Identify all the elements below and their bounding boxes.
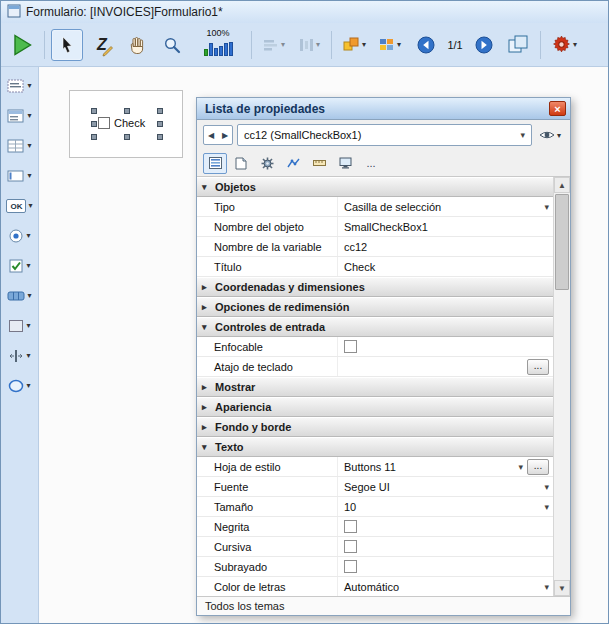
section-header-objetos[interactable]: ▾ Objetos bbox=[197, 177, 553, 197]
chevron-down-icon: ▾ bbox=[362, 40, 366, 49]
prev-object-button[interactable]: ◀ bbox=[204, 126, 218, 144]
entry-order-tool-button[interactable]: Z bbox=[86, 29, 118, 61]
align-icon bbox=[263, 38, 279, 52]
tab-more[interactable]: ... bbox=[359, 153, 383, 174]
section-header-redimension[interactable]: ▸ Opciones de redimensión bbox=[197, 297, 553, 317]
section-header-texto[interactable]: ▾ Texto bbox=[197, 437, 553, 457]
order-menu-button[interactable]: ▾ bbox=[338, 30, 371, 60]
next-object-button[interactable]: ▶ bbox=[218, 126, 232, 144]
zoom-bars-icon[interactable] bbox=[204, 40, 233, 56]
distribute-menu-button[interactable]: ▾ bbox=[293, 30, 325, 60]
property-list-titlebar[interactable]: Lista de propiedades × bbox=[197, 98, 570, 120]
align-menu-button[interactable]: ▾ bbox=[258, 30, 290, 60]
scrollbar-thumb[interactable] bbox=[555, 194, 569, 290]
chevron-down-icon: ▾ bbox=[27, 111, 31, 120]
pencil-icon bbox=[102, 45, 114, 57]
ruler-icon bbox=[313, 157, 326, 169]
nombre-variable-field[interactable]: cc12 bbox=[337, 237, 553, 256]
tab-display[interactable] bbox=[333, 153, 357, 174]
prev-page-button[interactable] bbox=[417, 36, 435, 54]
run-button[interactable] bbox=[6, 29, 38, 61]
close-button[interactable]: × bbox=[549, 101, 566, 116]
tab-coordinates[interactable] bbox=[307, 153, 331, 174]
section-header-fondo[interactable]: ▸ Fondo y borde bbox=[197, 417, 553, 437]
property-row-nombre-objeto: Nombre del objeto SmallCheckBox1 bbox=[197, 217, 553, 237]
chevron-down-icon: ▾ bbox=[281, 40, 285, 49]
text-tool-button[interactable]: ▾ bbox=[7, 75, 31, 96]
checkbox-control[interactable]: Check bbox=[98, 117, 145, 129]
property-row-tamano: Tamaño 10 ▾ bbox=[197, 497, 553, 517]
tab-settings[interactable] bbox=[255, 153, 279, 174]
form-page-area[interactable]: Check bbox=[69, 90, 183, 158]
subrayado-checkbox[interactable] bbox=[344, 560, 357, 573]
section-header-coordenadas[interactable]: ▸ Coordenadas y dimensiones bbox=[197, 277, 553, 297]
selected-checkbox-object[interactable]: Check bbox=[94, 111, 160, 137]
combo-tool-button[interactable]: ▾ bbox=[7, 105, 31, 126]
splitter-tool-icon bbox=[8, 349, 24, 363]
splitter-tool-button[interactable]: ▾ bbox=[8, 345, 30, 366]
tab-all-themes[interactable] bbox=[203, 153, 227, 174]
selection-handle[interactable] bbox=[157, 121, 163, 127]
next-page-button[interactable] bbox=[475, 36, 493, 54]
color-tiles-icon bbox=[379, 38, 395, 52]
chevron-down-icon: ▾ bbox=[26, 321, 30, 330]
zoom-level-label: 100% bbox=[206, 28, 229, 38]
listbox-tool-button[interactable]: ▾ bbox=[7, 135, 31, 156]
section-header-apariencia[interactable]: ▸ Apariencia bbox=[197, 397, 553, 417]
magnifier-icon bbox=[163, 36, 181, 54]
object-selector-combobox[interactable]: cc12 (SmallCheckBox1) ▾ bbox=[237, 124, 532, 146]
settings-menu-button[interactable]: ▾ bbox=[547, 30, 582, 60]
hoja-estilo-ellipsis-button[interactable]: ... bbox=[527, 459, 549, 475]
rectangle-tool-button[interactable]: ▾ bbox=[8, 315, 30, 336]
chevron-down-icon: ▾ bbox=[397, 40, 401, 49]
titulo-field[interactable]: Check bbox=[337, 257, 553, 276]
tamano-combobox[interactable]: 10 ▾ bbox=[337, 497, 553, 516]
tab-events[interactable] bbox=[281, 153, 305, 174]
fuente-combobox[interactable]: Segoe UI ▾ bbox=[337, 477, 553, 496]
cursiva-checkbox[interactable] bbox=[344, 540, 357, 553]
section-header-mostrar[interactable]: ▸ Mostrar bbox=[197, 377, 553, 397]
section-header-controles[interactable]: ▾ Controles de entrada bbox=[197, 317, 553, 337]
color-letras-combobox[interactable]: Automático ▾ bbox=[337, 577, 553, 596]
hand-icon bbox=[128, 36, 146, 54]
button-tool-button[interactable]: OK ▾ bbox=[6, 195, 32, 216]
expanded-icon: ▾ bbox=[202, 322, 210, 332]
nombre-objeto-field[interactable]: SmallCheckBox1 bbox=[337, 217, 553, 236]
radio-tool-button[interactable]: ▾ bbox=[8, 225, 30, 246]
selection-handle[interactable] bbox=[124, 134, 130, 140]
windows-button[interactable] bbox=[502, 29, 534, 61]
atajo-ellipsis-button[interactable]: ... bbox=[527, 359, 549, 375]
selection-handle[interactable] bbox=[157, 108, 163, 114]
selection-handle[interactable] bbox=[124, 108, 130, 114]
pointer-tool-button[interactable] bbox=[51, 29, 83, 61]
chevron-down-icon: ▾ bbox=[316, 40, 320, 49]
zoom-tool-button[interactable] bbox=[156, 29, 188, 61]
checkbox-tool-button[interactable]: ▾ bbox=[8, 255, 30, 276]
pan-tool-button[interactable] bbox=[121, 29, 153, 61]
scroll-down-button[interactable]: ▼ bbox=[554, 580, 570, 596]
enfocable-checkbox[interactable] bbox=[344, 340, 357, 353]
vertical-scrollbar[interactable]: ▲ ▼ bbox=[553, 177, 570, 596]
tab-form[interactable] bbox=[229, 153, 253, 174]
chevron-down-icon: ▾ bbox=[27, 81, 31, 90]
collapsed-icon: ▸ bbox=[202, 282, 210, 292]
zoom-level-widget[interactable]: 100% bbox=[191, 28, 245, 62]
insert-menu-button[interactable]: ▾ bbox=[374, 30, 406, 60]
form-canvas[interactable]: Check Lista de propiedades × ◀ ▶ cc12 (S… bbox=[39, 67, 608, 623]
property-row-color-letras: Color de letras Automático ▾ bbox=[197, 577, 553, 596]
tipo-combobox[interactable]: Casilla de selección ▾ bbox=[337, 197, 553, 216]
input-tool-button[interactable]: ▾ bbox=[7, 165, 31, 186]
hoja-estilo-combobox[interactable]: Buttons 11 ▾ ... bbox=[337, 457, 553, 476]
negrita-checkbox[interactable] bbox=[344, 520, 357, 533]
visibility-menu-button[interactable]: ▾ bbox=[536, 127, 564, 143]
buttonbar-tool-button[interactable]: ▾ bbox=[7, 285, 31, 306]
atajo-field[interactable]: ... bbox=[337, 357, 553, 376]
selection-handle[interactable] bbox=[91, 108, 97, 114]
selection-handle[interactable] bbox=[91, 121, 97, 127]
list-icon bbox=[209, 157, 222, 169]
selection-handle[interactable] bbox=[91, 134, 97, 140]
selection-handle[interactable] bbox=[157, 134, 163, 140]
scroll-up-button[interactable]: ▲ bbox=[554, 177, 570, 193]
collapsed-icon: ▸ bbox=[202, 302, 210, 312]
oval-tool-button[interactable]: ▾ bbox=[8, 375, 30, 396]
